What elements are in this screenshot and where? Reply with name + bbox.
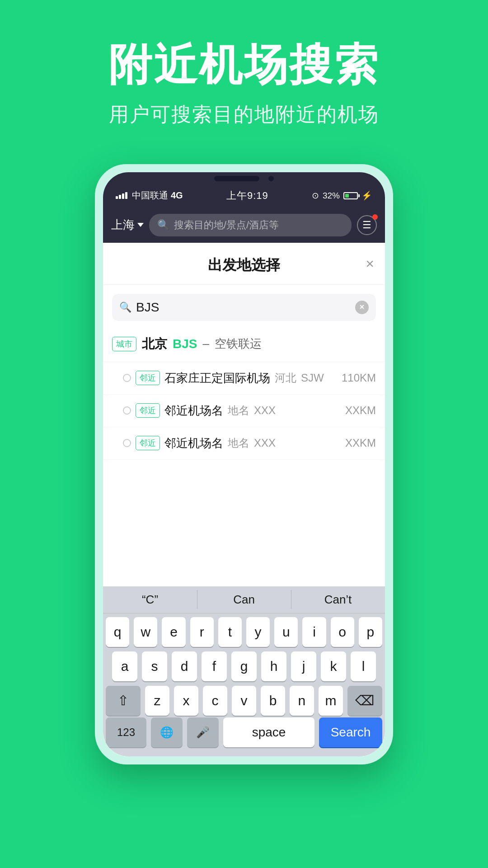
phone-mockup: 中国联通 4G 上午9:19 ⊙ 32% ⚡ 上海 [0,164,488,764]
key-f[interactable]: f [202,651,227,681]
key-u[interactable]: u [274,617,298,647]
search-icon: 🔍 [157,219,169,231]
notch-camera [268,176,274,181]
key-z[interactable]: z [145,686,169,716]
signal-bar-3 [122,193,124,199]
signal-bars-icon [116,192,127,199]
key-s[interactable]: s [142,651,167,681]
status-left: 中国联通 4G [116,189,183,202]
nearby-distance-1: 110KM [342,372,376,384]
key-k[interactable]: k [321,651,346,681]
signal-bar-1 [116,196,118,199]
modal-header: 出发地选择 × [103,243,385,285]
key-l[interactable]: l [351,651,376,681]
key-globe[interactable]: 🌐 [151,717,183,747]
modal-area: 出发地选择 × 🔍 BJS × 城市 北京 BJS – 空铁联运 [103,243,385,756]
key-a[interactable]: a [112,651,137,681]
city-selector[interactable]: 上海 [111,217,144,233]
key-d[interactable]: d [172,651,197,681]
key-v[interactable]: v [232,686,256,716]
key-row-3: ⇧ z x c v b n m ⌫ [106,686,382,716]
key-b[interactable]: b [261,686,285,716]
city-result-row[interactable]: 城市 北京 BJS – 空铁联运 [103,326,385,362]
nearby-airport-row-2[interactable]: 邻近 邻近机场名 地名 XXX XXKM [103,395,385,427]
chat-symbol: ☰ [362,219,371,231]
battery-percent: 32% [323,191,340,201]
keyboard-suggestions: “C” Can Can’t [103,586,385,613]
nearby-airports-list: 邻近 石家庄正定国际机场 河北 SJW 110KM 邻近 邻近机场名 地名 XX… [103,362,385,460]
key-n[interactable]: n [290,686,314,716]
notch-speaker [214,176,259,181]
modal-search-icon: 🔍 [119,302,131,313]
key-mic[interactable]: 🎤 [187,717,219,747]
nearby-code-3: XXX [254,437,276,449]
status-right: ⊙ 32% ⚡ [312,190,372,201]
nearby-airport-name-1: 石家庄正定国际机场 [164,370,270,386]
signal-bar-2 [119,195,121,199]
nearby-code-1: SJW [301,372,324,384]
phone-inner: 中国联通 4G 上午9:19 ⊙ 32% ⚡ 上海 [103,172,385,756]
chat-icon[interactable]: ☰ [357,215,377,235]
key-i[interactable]: i [302,617,326,647]
key-delete[interactable]: ⌫ [347,686,382,716]
key-row-2: a s d f g h j k l [106,651,382,681]
nearby-indicator-icon-2 [123,406,131,415]
city-result-name: 北京 [142,335,167,353]
key-w[interactable]: w [134,617,157,647]
signal-bar-4 [125,192,127,199]
search-bar[interactable]: 🔍 搜索目的地/景点/酒店等 [149,214,352,236]
hero-subtitle: 用户可搜索目的地附近的机场 [0,101,488,128]
modal-search-value: BJS [136,300,351,315]
suggestion-item-1[interactable]: “C” [103,586,197,613]
phone-outer: 中国联通 4G 上午9:19 ⊙ 32% ⚡ 上海 [95,164,393,764]
suggestion-item-2[interactable]: Can [197,586,291,613]
keyboard-area: “C” Can Can’t q w [103,586,385,756]
hero-title: 附近机场搜索 [0,41,488,89]
nearby-distance-3: XXKM [345,437,376,449]
location-icon: ⊙ [312,190,319,201]
key-row-1: q w e r t y u i o p [106,617,382,647]
keyboard-rows: q w e r t y u i o p a [103,613,385,717]
nearby-tag-2: 邻近 [136,403,160,418]
modal-search-clear-button[interactable]: × [355,301,369,314]
key-c[interactable]: c [203,686,227,716]
key-p[interactable]: p [359,617,382,647]
key-e[interactable]: e [162,617,185,647]
nearby-airport-name-2: 邻近机场名 [164,403,223,419]
nearby-indicator-icon-3 [123,439,131,447]
hero-section: 附近机场搜索 用户可搜索目的地附近的机场 [0,0,488,155]
nearby-airport-row-1[interactable]: 邻近 石家庄正定国际机场 河北 SJW 110KM [103,362,385,395]
key-t[interactable]: t [218,617,242,647]
content-spacer [103,460,385,586]
key-search[interactable]: Search [319,717,382,747]
suggestion-item-3[interactable]: Can’t [291,586,385,613]
search-placeholder: 搜索目的地/景点/酒店等 [174,218,279,232]
nearby-code-2: XXX [254,404,276,417]
key-o[interactable]: o [331,617,354,647]
nearby-tag-3: 邻近 [136,436,160,450]
key-j[interactable]: j [291,651,316,681]
nearby-airport-name-3: 邻近机场名 [164,435,223,451]
chevron-down-icon [137,223,144,227]
key-m[interactable]: m [319,686,343,716]
mic-icon: 🎤 [196,726,210,739]
city-result-service: 空铁联运 [215,336,262,352]
city-result-code: BJS [173,337,197,351]
key-123[interactable]: 123 [106,717,146,747]
key-h[interactable]: h [261,651,286,681]
key-g[interactable]: g [231,651,257,681]
key-x[interactable]: x [174,686,198,716]
nearby-airport-row-3[interactable]: 邻近 邻近机场名 地名 XXX XXKM [103,427,385,460]
key-space[interactable]: space [223,717,314,747]
key-shift[interactable]: ⇧ [106,686,141,716]
modal-title: 出发地选择 [208,255,280,275]
battery-fill [345,194,349,198]
key-r[interactable]: r [190,617,214,647]
modal-search-input[interactable]: 🔍 BJS × [112,294,376,321]
app-header: 上海 🔍 搜索目的地/景点/酒店等 ☰ [103,208,385,243]
nearby-distance-2: XXKM [345,404,376,417]
nearby-indicator-icon [123,374,131,382]
key-q[interactable]: q [106,617,129,647]
modal-close-button[interactable]: × [366,255,374,272]
key-y[interactable]: y [246,617,270,647]
